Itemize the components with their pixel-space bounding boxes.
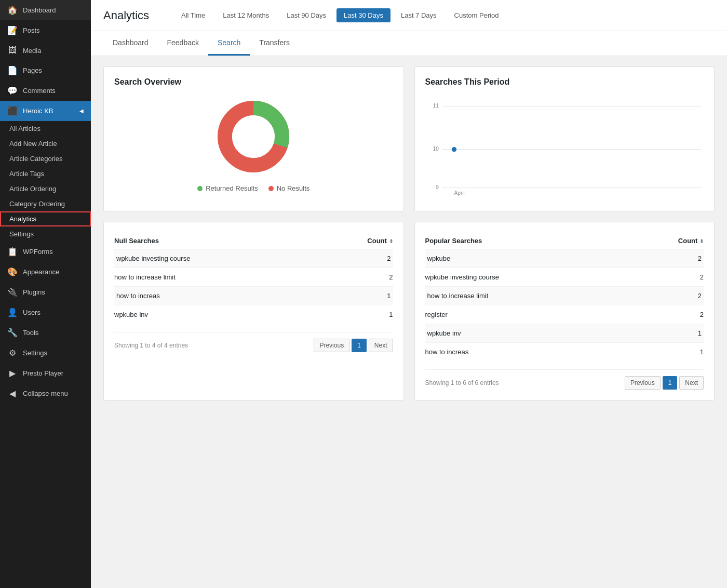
no-results-dot <box>268 186 274 191</box>
settings-icon: ⚙ <box>7 348 18 358</box>
sidebar: 🏠 Dashboard 📝 Posts 🖼 Media 📄 Pages 💬 Co… <box>0 0 91 588</box>
sidebar-item-category-ordering[interactable]: Category Ordering <box>0 196 91 211</box>
sidebar-item-collapse-menu[interactable]: ◀ Collapse menu <box>0 383 91 404</box>
sidebar-item-label: Plugins <box>23 288 45 296</box>
popular-search-term: wpkube <box>425 249 632 268</box>
null-searches-next-button[interactable]: Next <box>369 339 393 352</box>
table-row: how to increas1 <box>114 287 393 305</box>
appearance-icon: 🎨 <box>7 267 18 277</box>
search-overview-title: Search Overview <box>114 77 393 87</box>
sidebar-item-label: Users <box>23 309 41 316</box>
sidebar-item-article-ordering[interactable]: Article Ordering <box>0 181 91 196</box>
searches-period-title: Searches This Period <box>425 77 704 87</box>
popular-search-count: 2 <box>632 268 704 287</box>
period-tab-custom[interactable]: Custom Period <box>447 8 506 22</box>
period-tab-7days[interactable]: Last 7 Days <box>394 8 444 22</box>
period-tab-90days[interactable]: Last 90 Days <box>279 8 333 22</box>
popular-searches-prev-button[interactable]: Previous <box>625 376 661 390</box>
null-search-term: how to increas <box>114 287 323 305</box>
sidebar-item-wpforms[interactable]: 📋 WPForms <box>0 242 91 262</box>
sidebar-item-tools[interactable]: 🔧 Tools <box>0 323 91 343</box>
sidebar-item-label: Dashboard <box>23 6 56 14</box>
sidebar-item-label: Comments <box>23 87 56 95</box>
chevron-right-icon: ◀ <box>79 108 84 114</box>
null-searches-page-1-button[interactable]: 1 <box>352 339 367 352</box>
popular-search-term: register <box>425 305 632 324</box>
sidebar-item-appearance[interactable]: 🎨 Appearance <box>0 262 91 282</box>
sidebar-item-posts[interactable]: 📝 Posts <box>0 20 91 41</box>
null-searches-prev-button[interactable]: Previous <box>314 339 349 352</box>
donut-chart <box>212 95 295 178</box>
sidebar-item-plugins[interactable]: 🔌 Plugins <box>0 282 91 302</box>
popular-searches-pagination-buttons: Previous 1 Next <box>625 376 704 390</box>
tables-row: Null Searches Count ⬍ wpkube investing c… <box>103 222 715 400</box>
popular-searches-next-button[interactable]: Next <box>679 376 704 390</box>
sidebar-item-analytics[interactable]: Analytics <box>0 211 91 226</box>
sidebar-item-label: WPForms <box>23 248 53 256</box>
tab-transfers[interactable]: Transfers <box>250 31 299 56</box>
null-search-count: 1 <box>323 305 393 324</box>
sidebar-item-pages[interactable]: 📄 Pages <box>0 60 91 81</box>
heroickb-icon: ⬛ <box>7 106 18 116</box>
donut-chart-container: Returned Results No Results <box>114 95 393 192</box>
comments-icon: 💬 <box>7 86 18 96</box>
sidebar-item-settings[interactable]: Settings <box>0 226 91 242</box>
plugins-icon: 🔌 <box>7 287 18 297</box>
null-search-count: 1 <box>323 287 393 305</box>
sidebar-item-article-tags[interactable]: Article Tags <box>0 166 91 181</box>
svg-text:9: 9 <box>436 184 439 190</box>
popular-sort-icon[interactable]: ⬍ <box>699 238 704 244</box>
tab-feedback[interactable]: Feedback <box>158 31 208 56</box>
tools-icon: 🔧 <box>7 328 18 338</box>
tab-dashboard[interactable]: Dashboard <box>103 31 158 56</box>
null-search-term: wpkube inv <box>114 305 323 324</box>
table-row: register2 <box>425 305 704 324</box>
media-icon: 🖼 <box>7 46 18 55</box>
table-row: wpkube inv1 <box>114 305 393 324</box>
popular-search-count: 2 <box>632 249 704 268</box>
popular-search-count: 2 <box>632 305 704 324</box>
popular-search-term: how to increas <box>425 343 632 362</box>
popular-searches-col-term: Popular Searches <box>425 233 632 249</box>
sidebar-item-presto-player[interactable]: ▶ Presto Player <box>0 363 91 383</box>
users-icon: 👤 <box>7 308 18 317</box>
sidebar-item-add-new-article[interactable]: Add New Article <box>0 136 91 151</box>
null-searches-pagination-buttons: Previous 1 Next <box>314 339 393 352</box>
null-searches-card: Null Searches Count ⬍ wpkube investing c… <box>103 222 404 400</box>
posts-icon: 📝 <box>7 25 18 35</box>
null-search-count: 2 <box>323 268 393 287</box>
sidebar-item-all-articles[interactable]: All Articles <box>0 121 91 136</box>
analytics-header: Analytics All Time Last 12 Months Last 9… <box>91 0 727 31</box>
sidebar-item-label: Pages <box>23 66 42 74</box>
sidebar-item-users[interactable]: 👤 Users <box>0 302 91 323</box>
sidebar-item-label: Posts <box>23 26 40 34</box>
period-tab-all-time[interactable]: All Time <box>174 8 212 22</box>
sidebar-item-media[interactable]: 🖼 Media <box>0 41 91 60</box>
svg-text:11: 11 <box>433 103 439 109</box>
sort-icon[interactable]: ⬍ <box>389 238 393 244</box>
sidebar-item-heroickb[interactable]: ⬛ Heroic KB ◀ <box>0 101 91 121</box>
returned-results-label: Returned Results <box>206 184 258 192</box>
table-row: wpkube investing course2 <box>425 268 704 287</box>
line-chart: 11 10 9 April <box>425 95 704 199</box>
popular-searches-page-1-button[interactable]: 1 <box>663 376 678 390</box>
null-search-term: wpkube investing course <box>114 249 323 268</box>
pages-icon: 📄 <box>7 65 18 75</box>
heroickb-submenu: All Articles Add New Article Article Cat… <box>0 121 91 242</box>
period-tab-30days[interactable]: Last 30 Days <box>336 8 391 22</box>
sidebar-item-label: Presto Player <box>23 369 63 377</box>
table-row: how to increase limit2 <box>425 287 704 305</box>
sidebar-item-article-categories[interactable]: Article Categories <box>0 151 91 166</box>
sidebar-item-settings-main[interactable]: ⚙ Settings <box>0 343 91 363</box>
null-search-term: how to increase limit <box>114 268 323 287</box>
sidebar-item-label: Collapse menu <box>23 390 68 397</box>
table-row: how to increas1 <box>425 343 704 362</box>
tab-search[interactable]: Search <box>208 31 250 56</box>
period-tab-12months[interactable]: Last 12 Months <box>216 8 276 22</box>
sidebar-item-label: Appearance <box>23 268 59 276</box>
sidebar-item-comments[interactable]: 💬 Comments <box>0 81 91 101</box>
table-row: wpkube investing course2 <box>114 249 393 268</box>
wpforms-icon: 📋 <box>7 247 18 257</box>
popular-searches-col-count: Count ⬍ <box>632 233 704 249</box>
sidebar-item-dashboard[interactable]: 🏠 Dashboard <box>0 0 91 20</box>
